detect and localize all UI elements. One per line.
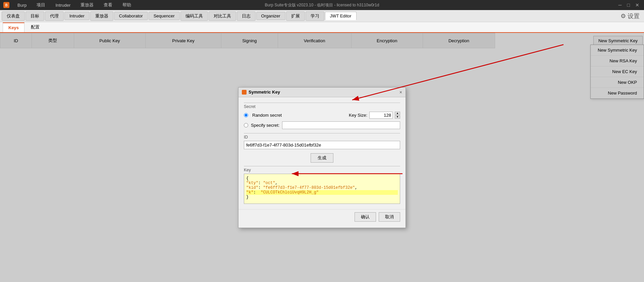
close-btn[interactable]: ✕ [634,2,641,8]
tab-bar: Keys 配置 [0,22,644,33]
json-line-kty: "kty": "oct", [246,181,398,185]
minimize-btn[interactable]: ─ [617,2,623,8]
key-size-label: Key Size: [349,113,367,118]
key-size-group: Key Size: ▲ ▼ [349,112,400,119]
nav-proxy[interactable]: 代理 [45,11,64,21]
key-size-input[interactable] [369,112,393,119]
burp-logo: B [3,2,9,8]
nav-encoder[interactable]: 编码工具 [180,11,208,21]
id-section-label: ID [244,133,400,139]
nav-organizer[interactable]: Organizer [256,12,285,20]
specify-secret-row: Specify secret: [244,121,400,129]
nav-jwt-editor[interactable]: JWT Editor [325,12,357,20]
menu-burp[interactable]: Burp [15,1,29,9]
specify-secret-radio[interactable] [244,123,248,127]
json-close-brace: } [246,195,398,200]
random-secret-label: Random secret [252,113,282,118]
menu-view[interactable]: 查看 [102,1,114,9]
key-section: Key { "kty": "oct", "kid": "fe6ff7d3-f1e… [244,166,400,204]
modal-title: Symmetric Key [242,90,280,95]
nav-logger[interactable]: 日志 [237,11,256,21]
modal-title-text: Symmetric Key [249,90,280,95]
key-section-label: Key [244,166,400,172]
modal-footer: 确认 取消 [238,209,406,224]
title-bar-controls: ─ □ ✕ [617,2,641,8]
main-content: ID 类型 Public Key Private Key Signing Ver… [0,33,644,282]
menu-intruder[interactable]: Intruder [53,1,72,9]
random-secret-radio[interactable] [244,113,248,117]
window-title: Burp Suite专业版 v2023.10 - 临时项目 - licensed… [265,2,379,8]
symmetric-key-modal: Symmetric Key × Secret Random secret Key… [238,87,406,228]
secret-section-label: Secret [244,103,400,109]
specify-secret-label: Specify secret: [251,123,279,128]
json-open-brace: { [246,176,398,181]
random-secret-row: Random secret Key Size: ▲ ▼ [244,112,400,119]
nav-bar: 仪表盘 目标 代理 Intruder 重放器 Collaborator Sequ… [0,10,644,22]
modal-icon [242,90,247,95]
spinner-down[interactable]: ▼ [395,115,400,119]
modal-body: Secret Random secret Key Size: ▲ ▼ [238,97,406,209]
json-line-k: "k": "CULCOTkChloiUvqH9L2H_g" [246,190,398,195]
nav-extensions[interactable]: 扩展 [286,11,305,21]
id-input[interactable] [244,141,400,149]
generate-row: 生成 [244,153,400,163]
modal-title-bar: Symmetric Key × [238,88,406,97]
nav-sequencer[interactable]: Sequencer [149,12,180,20]
json-line-kid: "kid": "fe6ff7d3-f1e7-4f77-803d-15d01efb… [246,185,398,190]
key-json-display: { "kty": "oct", "kid": "fe6ff7d3-f1e7-4f… [244,174,400,204]
tab-keys[interactable]: Keys [3,22,24,32]
nav-intruder[interactable]: Intruder [64,12,90,20]
restore-btn[interactable]: □ [626,2,631,8]
nav-dashboard[interactable]: 仪表盘 [2,11,25,21]
key-size-spinner: ▲ ▼ [395,112,400,119]
settings-button[interactable]: ⚙ 设置 [618,11,642,21]
id-section: ID [244,133,400,149]
spinner-up[interactable]: ▲ [395,112,400,115]
modal-close-button[interactable]: × [399,90,402,95]
menu-project[interactable]: 项目 [35,1,47,9]
confirm-button[interactable]: 确认 [355,212,376,222]
tab-config[interactable]: 配置 [25,22,45,32]
menu-help[interactable]: 帮助 [120,1,133,9]
menu-repeater[interactable]: 重放器 [78,1,96,9]
nav-learn[interactable]: 学习 [306,11,324,21]
nav-collaborator[interactable]: Collaborator [114,12,148,20]
specify-secret-input[interactable] [282,121,400,129]
nav-target[interactable]: 目标 [25,11,44,21]
nav-repeater[interactable]: 重放器 [90,11,113,21]
modal-overlay: Symmetric Key × Secret Random secret Key… [0,33,644,282]
title-bar: B Burp 项目 Intruder 重放器 查看 帮助 Burp Suite专… [0,0,644,10]
generate-button[interactable]: 生成 [311,153,333,163]
cancel-button[interactable]: 取消 [379,212,400,222]
nav-compare[interactable]: 对比工具 [209,11,236,21]
title-bar-left: B Burp 项目 Intruder 重放器 查看 帮助 [3,1,133,9]
